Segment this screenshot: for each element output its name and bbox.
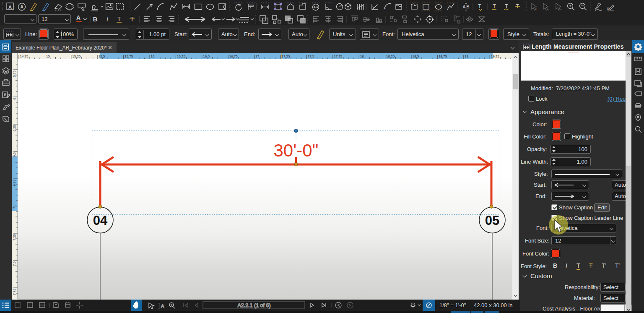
svg-text:18.5: 18.5 [413, 55, 419, 58]
svg-text:7.5: 7.5 [13, 261, 16, 266]
svg-text:17: 17 [255, 55, 259, 58]
svg-text:42.00 x 30.00 in: 42.00 x 30.00 in [474, 302, 513, 308]
svg-text:16.5: 16.5 [203, 55, 210, 58]
svg-text:16: 16 [151, 55, 155, 58]
svg-text:05: 05 [485, 213, 499, 228]
svg-text:17.75: 17.75 [334, 55, 343, 58]
svg-text:1/8" = 1'-0": 1/8" = 1'-0" [439, 302, 466, 308]
svg-text:17.5: 17.5 [308, 55, 314, 58]
svg-text:T: T [117, 15, 121, 22]
svg-text:B: B [93, 16, 98, 23]
svg-text:15.5: 15.5 [99, 55, 105, 58]
svg-text:17.25: 17.25 [282, 55, 291, 58]
svg-text:15.75: 15.75 [125, 55, 133, 58]
svg-text:04: 04 [93, 213, 108, 228]
svg-text:19: 19 [465, 55, 468, 58]
svg-text:16.75: 16.75 [229, 55, 238, 58]
svg-text:6.5: 6.5 [13, 152, 16, 157]
svg-text:16.25: 16.25 [177, 55, 186, 58]
svg-text:14.75: 14.75 [20, 55, 29, 58]
svg-text:18.75: 18.75 [439, 55, 447, 58]
svg-text:15.25: 15.25 [72, 55, 81, 58]
svg-text:7: 7 [13, 206, 16, 209]
svg-text:6: 6 [13, 97, 16, 99]
svg-text:7.75: 7.75 [13, 288, 16, 295]
svg-text:30'-0": 30'-0" [274, 141, 319, 160]
svg-text:7.25: 7.25 [13, 234, 16, 240]
svg-text:18.25: 18.25 [386, 55, 395, 58]
svg-text:15: 15 [46, 55, 50, 58]
svg-text:I: I [106, 16, 108, 23]
svg-text:A2.2.1 (1 of 6): A2.2.1 (1 of 6) [237, 303, 270, 308]
svg-text:A: A [161, 303, 164, 308]
svg-text:5.75: 5.75 [13, 70, 16, 77]
svg-text:6.75: 6.75 [13, 179, 16, 186]
svg-text:6.25: 6.25 [13, 125, 16, 131]
svg-text:19.25: 19.25 [491, 55, 500, 58]
svg-text:18: 18 [360, 55, 364, 58]
